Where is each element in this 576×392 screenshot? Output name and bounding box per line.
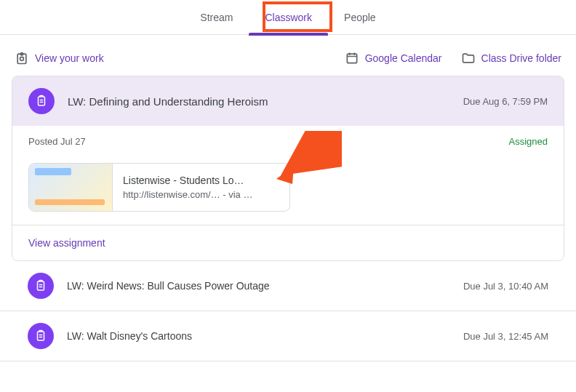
assignment-header[interactable]: LW: Defining and Understanding Heroism D…: [12, 76, 564, 126]
action-bar: View your work Google Calendar Class Dri…: [0, 35, 576, 76]
assignment-body: Posted Jul 27 Assigned Listenwise - Stud…: [12, 126, 564, 225]
assignment-row-due: Due Jul 3, 10:40 AM: [463, 281, 548, 292]
tab-classwork[interactable]: Classwork: [249, 0, 328, 35]
svg-rect-4: [39, 97, 45, 105]
assignment-icon: [28, 273, 54, 299]
svg-rect-7: [38, 332, 44, 340]
assignment-row-title: LW: Weird News: Bull Causes Power Outage: [67, 280, 450, 292]
assignment-title: LW: Defining and Understanding Heroism: [68, 95, 450, 108]
google-calendar-label: Google Calendar: [365, 52, 442, 64]
class-drive-folder-label: Class Drive folder: [481, 52, 561, 64]
tab-bar: Stream Classwork People: [0, 0, 576, 35]
badge-icon: [15, 51, 29, 65]
attachment-link[interactable]: Listenwise - Students Lo… http://listenw…: [28, 163, 290, 212]
assignment-row[interactable]: LW: Weird News: Bull Causes Power Outage…: [0, 261, 576, 311]
assignment-card-expanded: LW: Defining and Understanding Heroism D…: [12, 76, 564, 261]
attachment-subtitle: http://listenwise.com/… - via …: [123, 189, 252, 200]
view-your-work-link[interactable]: View your work: [15, 51, 104, 65]
assignment-row[interactable]: LW: Walt Disney's Cartoons Due Jul 3, 12…: [0, 311, 576, 361]
svg-rect-3: [347, 54, 356, 63]
assignment-row-title: LW: Walt Disney's Cartoons: [67, 330, 450, 342]
assignment-footer: View assignment: [12, 225, 564, 260]
svg-point-2: [20, 57, 24, 60]
attachment-thumbnail: [29, 164, 113, 211]
attachment-title: Listenwise - Students Lo…: [123, 175, 252, 186]
tab-stream[interactable]: Stream: [184, 0, 249, 35]
assignment-status: Assigned: [509, 136, 548, 147]
tab-people[interactable]: People: [328, 0, 392, 35]
assignment-icon: [28, 88, 55, 114]
calendar-icon: [345, 51, 359, 65]
view-your-work-label: View your work: [35, 52, 104, 64]
assignment-row-due: Due Jul 3, 12:45 AM: [463, 331, 548, 342]
svg-rect-6: [38, 281, 44, 290]
assignment-due: Due Aug 6, 7:59 PM: [463, 96, 548, 107]
posted-date: Posted Jul 27: [28, 136, 86, 147]
assignment-icon: [28, 323, 54, 349]
google-calendar-link[interactable]: Google Calendar: [345, 51, 442, 65]
class-drive-folder-link[interactable]: Class Drive folder: [461, 51, 561, 65]
folder-icon: [461, 51, 476, 65]
view-assignment-link[interactable]: View assignment: [28, 237, 105, 249]
